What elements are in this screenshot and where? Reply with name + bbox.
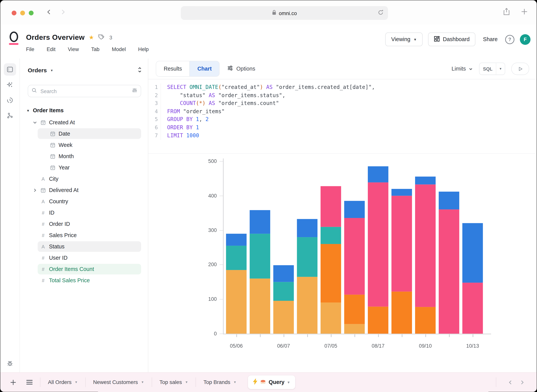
forward-icon[interactable] [60,9,66,15]
field-week[interactable]: Week [20,139,148,150]
tags-icon[interactable] [98,33,105,41]
tab-newest-customers[interactable]: Newest Customers▼ [86,373,151,392]
sql-dropdown[interactable]: ▼ [496,63,505,75]
tab-chart[interactable]: Chart [190,61,219,76]
tab-results[interactable]: Results [156,61,190,76]
bar-2-status-a[interactable] [273,301,294,333]
bar-0-status-c[interactable] [226,246,247,270]
panel-icon[interactable] [4,63,16,75]
bar-7-status-d[interactable] [391,196,412,291]
field-sales-price[interactable]: #Sales Price [20,230,148,241]
menu-edit[interactable]: Edit [47,46,56,52]
prev-tab-icon[interactable] [504,376,516,388]
menu-model[interactable]: Model [112,46,126,52]
sql-line-6[interactable]: 6ORDER BY 1 [148,124,537,132]
bar-9-status-e[interactable] [439,191,459,210]
bar-1-status-c[interactable] [250,234,270,278]
sql-line-5[interactable]: 5GROUP BY 1, 2 [148,116,537,124]
tab-list-menu-button[interactable] [24,377,35,387]
chevron-right-icon[interactable] [32,187,38,193]
field-year[interactable]: Year [20,162,148,173]
bar-10-status-d[interactable] [462,283,483,334]
field-user-id[interactable]: #User ID [20,252,148,263]
field-country[interactable]: ACountry [20,196,148,207]
sql-line-7[interactable]: 7LIMIT 1000 [148,132,537,140]
bar-0-status-e[interactable] [226,234,247,246]
bar-6-status-d[interactable] [368,183,388,307]
bug-icon[interactable] [4,357,16,369]
bar-8-status-d[interactable] [415,184,436,307]
menu-tab[interactable]: Tab [91,46,100,52]
branch-icon[interactable] [4,110,16,122]
tab-top-sales[interactable]: Top sales▼ [153,373,195,392]
run-query-button[interactable] [511,63,529,75]
tab-top-brands[interactable]: Top Brands▼ [197,373,243,392]
bar-0-status-a[interactable] [226,270,247,334]
help-icon[interactable]: ? [505,35,514,44]
reload-icon[interactable] [377,9,384,17]
next-tab-icon[interactable] [516,376,528,388]
bar-1-status-e[interactable] [250,210,270,234]
bar-9-status-d[interactable] [439,209,459,333]
options-button[interactable]: Options [227,65,255,72]
limits-dropdown[interactable]: Limits [452,66,473,72]
sql-button[interactable]: SQL ▼ [479,63,505,75]
viewing-button[interactable]: Viewing▼ [385,33,423,46]
zoom-window-button[interactable] [29,10,33,15]
bar-10-status-e[interactable] [462,223,483,283]
bar-5-status-e[interactable] [344,201,365,218]
sql-line-4[interactable]: 4FROM "order_items" [148,108,537,116]
bar-2-status-e[interactable] [273,266,294,282]
collapse-expand-icon[interactable] [137,67,143,74]
bar-6-status-e[interactable] [368,166,388,183]
bar-7-status-e[interactable] [391,189,412,196]
dashboard-button[interactable]: Dashboard [428,33,475,46]
field-group-order-items[interactable]: ▼ Order Items [20,104,148,117]
bar-4-status-c[interactable] [321,227,341,244]
field-date[interactable]: Date [20,128,148,139]
bar-7-status-b[interactable] [391,292,412,334]
field-total-sales-price[interactable]: #Total Sales Price [20,275,148,286]
model-selector[interactable]: Orders [28,67,47,74]
bar-5-status-d[interactable] [344,218,365,294]
field-id[interactable]: #ID [20,207,148,218]
address-bar[interactable]: omni.co [181,6,388,20]
new-tab-icon[interactable] [521,8,528,16]
bar-8-status-e[interactable] [415,177,436,184]
menu-view[interactable]: View [68,46,79,52]
sql-editor[interactable]: 1SELECT OMNI_DATE("created_at") AS "orde… [148,79,537,154]
avatar[interactable]: F [520,34,531,45]
minimize-window-button[interactable] [20,10,25,15]
tab-all-orders[interactable]: All Orders▼ [41,373,85,392]
bar-1-status-a[interactable] [250,278,270,334]
search-input[interactable] [40,88,129,94]
share-page-icon[interactable] [503,7,510,17]
search-box[interactable] [28,85,141,97]
bar-4-status-d[interactable] [321,186,341,227]
chevron-down-icon[interactable]: ▼ [287,380,290,384]
field-order-items-count[interactable]: #Order Items Count [20,263,148,275]
bar-4-status-b[interactable] [321,244,341,303]
search-filter-icon[interactable] [132,88,138,94]
bar-6-status-b[interactable] [368,307,388,334]
menu-file[interactable]: File [26,46,34,52]
sql-line-3[interactable]: 3 COUNT(*) AS "order_items.count" [148,100,537,108]
tab-query-active[interactable]: Query ▼ [248,375,295,389]
bar-3-status-c[interactable] [297,237,318,277]
close-window-button[interactable] [12,10,16,15]
field-status[interactable]: AStatus [20,241,148,252]
bar-3-status-e[interactable] [297,219,318,237]
field-month[interactable]: Month [20,150,148,162]
share-button[interactable]: Share [483,36,498,42]
bar-8-status-b[interactable] [415,307,436,334]
field-delivered-at[interactable]: Delivered At [20,185,148,196]
bar-2-status-c[interactable] [273,282,294,301]
favorite-star-icon[interactable]: ★ [89,34,94,41]
bar-3-status-a[interactable] [297,277,318,334]
add-tab-button[interactable] [8,377,18,387]
field-created-at[interactable]: Created At [20,117,148,128]
field-city[interactable]: ACity [20,173,148,185]
sql-line-1[interactable]: 1SELECT OMNI_DATE("created_at") AS "orde… [148,84,537,92]
history-icon[interactable] [4,94,16,106]
bar-4-status-a[interactable] [321,303,341,333]
